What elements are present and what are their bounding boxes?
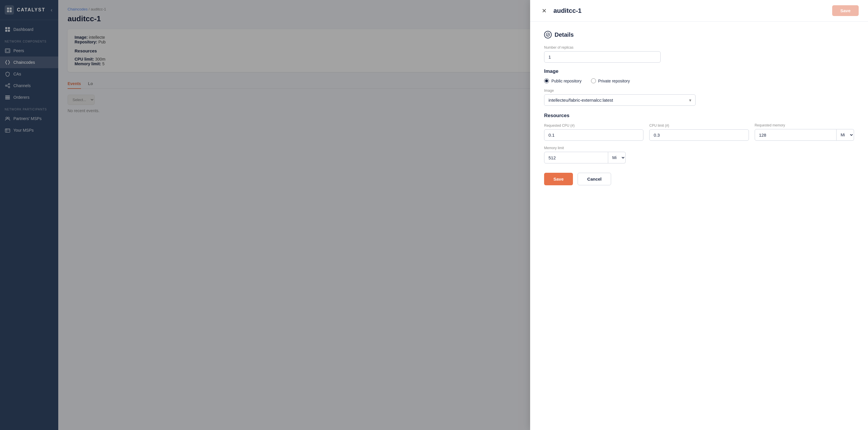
cpu-limit-input[interactable] xyxy=(649,129,749,141)
memory-requested-label: Requested memory xyxy=(755,123,854,127)
public-repo-label: Public repository xyxy=(551,79,582,83)
drawer-title: auditcc-1 xyxy=(553,7,582,14)
save-button[interactable]: Save xyxy=(544,173,573,185)
image-section-title: Image xyxy=(544,68,854,74)
resources-row-2: Memory limit Mi Gi xyxy=(544,146,854,163)
private-repo-label: Private repository xyxy=(598,79,630,83)
memory-requested-input-group: Mi Gi xyxy=(755,129,854,141)
details-section-title: Details xyxy=(555,31,574,38)
cpu-requested-label: Requested CPU (#) xyxy=(544,124,644,128)
drawer-close-button[interactable]: ✕ xyxy=(539,6,549,16)
drawer-header-save-button[interactable]: Save xyxy=(832,5,859,16)
public-repo-radio-label[interactable]: Public repository xyxy=(544,79,582,83)
image-select[interactable]: intellecteu/fabric-externalcc:latest xyxy=(544,94,695,106)
details-check-icon xyxy=(544,31,552,38)
form-actions: Save Cancel xyxy=(544,173,854,185)
memory-requested-unit-select[interactable]: Mi Gi xyxy=(837,129,854,141)
details-section-header: Details xyxy=(544,31,854,38)
replicas-label: Number of replicas xyxy=(544,45,661,50)
cpu-limit-form-group: CPU limit (#) xyxy=(649,124,749,141)
private-repo-radio-label[interactable]: Private repository xyxy=(591,79,630,83)
resources-row-1: Requested CPU (#) CPU limit (#) Requeste… xyxy=(544,123,854,141)
cpu-requested-input[interactable] xyxy=(544,129,644,141)
memory-requested-input[interactable] xyxy=(755,129,837,141)
image-select-wrapper: intellecteu/fabric-externalcc:latest ▼ xyxy=(544,94,695,106)
repository-type-radio-group: Public repository Private repository xyxy=(544,79,854,83)
memory-limit-label: Memory limit xyxy=(544,146,626,150)
resources-section-title: Resources xyxy=(544,113,854,119)
memory-requested-form-group: Requested memory Mi Gi xyxy=(755,123,854,141)
public-repo-radio[interactable] xyxy=(544,79,549,83)
drawer-header: ✕ auditcc-1 Save xyxy=(530,0,868,22)
private-repo-radio[interactable] xyxy=(591,79,596,83)
drawer-body: Details Number of replicas Image Public … xyxy=(530,22,868,430)
cancel-button[interactable]: Cancel xyxy=(578,173,611,185)
replicas-input[interactable] xyxy=(544,51,661,63)
main-area: Chaincodes / auditcc-1 auditcc-1 Image: … xyxy=(58,0,868,430)
replicas-form-group: Number of replicas xyxy=(544,45,661,63)
svg-point-23 xyxy=(546,33,550,36)
cpu-requested-form-group: Requested CPU (#) xyxy=(544,124,644,141)
edit-drawer: ✕ auditcc-1 Save Details Number of repli… xyxy=(530,0,868,430)
image-form-group: Image intellecteu/fabric-externalcc:late… xyxy=(544,89,695,106)
memory-limit-input[interactable] xyxy=(544,152,608,163)
memory-limit-form-group: Memory limit Mi Gi xyxy=(544,146,626,163)
memory-limit-input-group: Mi Gi xyxy=(544,152,626,163)
image-field-label: Image xyxy=(544,89,695,93)
cpu-limit-label: CPU limit (#) xyxy=(649,124,749,128)
memory-limit-unit-select[interactable]: Mi Gi xyxy=(608,152,626,163)
